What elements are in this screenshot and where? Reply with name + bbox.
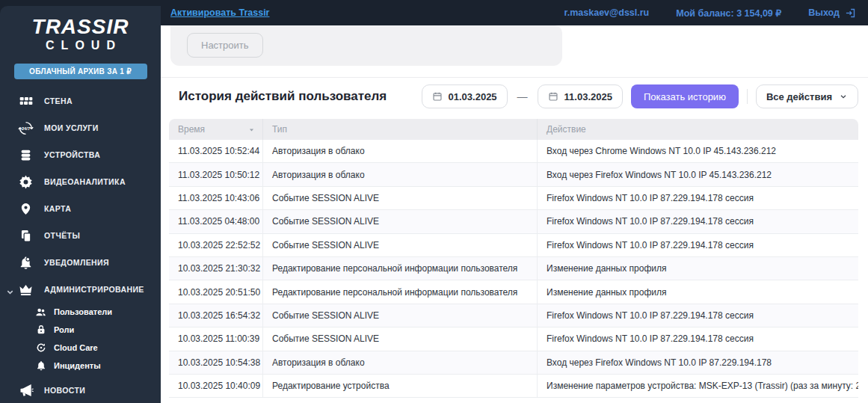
lock-icon	[35, 324, 46, 336]
topbar-right: r.maskaev@dssl.ru Мой баланс: 3 154,09 ₽…	[564, 7, 856, 19]
column-header-time[interactable]: Время	[169, 119, 263, 140]
cell-type: Редактирование устройства	[263, 375, 538, 397]
sidebar-subitem-label: Cloud Care	[54, 343, 98, 352]
user-email[interactable]: r.maskaev@dssl.ru	[564, 7, 650, 18]
cell-action: Firefox Windows NT 10.0 IP 87.229.194.17…	[538, 210, 858, 233]
table-row[interactable]: 11.03.2025 10:43:06 Событие SESSION ALIV…	[169, 187, 858, 210]
table-body: 11.03.2025 10:52:44 Авторизация в облако…	[169, 140, 858, 398]
balance-label[interactable]: Мой баланс: 3 154,09 ₽	[676, 7, 781, 19]
logo-title: TRASSIR	[0, 16, 161, 38]
sidebar-subitem-cloud-care[interactable]: Cloud Care	[0, 339, 161, 357]
table-row[interactable]: 10.03.2025 11:00:39 Событие SESSION ALIV…	[169, 327, 858, 351]
trassir-cloud-logo[interactable]: TRASSIR CLOUD	[0, 6, 161, 52]
sidebar-item-label: ВИДЕОАНАЛИТИКА	[44, 177, 126, 186]
sidebar-item-label: УСТРОЙСТВА	[44, 150, 100, 159]
cell-type: Событие SESSION ALIVE	[263, 304, 538, 327]
service-24-7-icon: 24/7	[18, 120, 34, 136]
sidebar-item-administration[interactable]: АДМИНИСТРИРОВАНИЕ	[0, 276, 161, 303]
sidebar-nav: СТЕНА 24/7 МОИ УСЛУГИ	[0, 87, 161, 403]
sidebar-item-label: НОВОСТИ	[44, 386, 85, 395]
cell-time: 10.03.2025 16:54:32	[169, 304, 263, 327]
column-header-action[interactable]: Действие	[538, 119, 858, 140]
svg-text:24/7: 24/7	[22, 126, 30, 130]
show-history-button[interactable]: Показать историю	[631, 84, 739, 108]
activate-trassir-link[interactable]: Активировать Trassir	[170, 7, 269, 18]
cell-time: 11.03.2025 10:43:06	[169, 187, 263, 209]
cell-action: Firefox Windows NT 10.0 IP 87.229.194.17…	[538, 304, 858, 327]
actions-filter-value: Все действия	[766, 91, 832, 102]
calendar-icon	[548, 91, 558, 102]
cell-type: Событие SESSION ALIVE	[263, 234, 538, 256]
cell-action: Firefox Windows NT 10.0 IP 87.229.194.17…	[538, 234, 858, 256]
calendar-icon	[432, 91, 443, 102]
cell-type: Авторизация в облако	[263, 351, 538, 374]
logout-button[interactable]: Выход	[808, 7, 856, 19]
cell-type: Событие SESSION ALIVE	[263, 187, 538, 209]
sidebar-item-label: КАРТА	[44, 204, 71, 213]
table-row[interactable]: 11.03.2025 04:48:00 Событие SESSION ALIV…	[169, 210, 858, 233]
table-row[interactable]: 10.03.2025 22:52:52 Событие SESSION ALIV…	[169, 234, 858, 257]
crown-icon	[18, 282, 34, 298]
sidebar-subitem-users[interactable]: Пользователи	[0, 303, 161, 321]
column-header-type[interactable]: Тип	[263, 119, 538, 140]
sidebar-subitem-label: Пользователи	[54, 307, 112, 316]
sidebar-item-devices[interactable]: УСТРОЙСТВА	[0, 141, 161, 168]
sidebar-subitem-roles[interactable]: Роли	[0, 321, 161, 339]
cell-action: Firefox Windows NT 10.0 IP 87.229.194.17…	[538, 187, 858, 209]
cell-action: Изменение данных профиля	[538, 280, 858, 303]
users-icon	[35, 307, 46, 318]
chevron-down-icon	[839, 92, 848, 101]
sidebar-item-my-services[interactable]: 24/7 МОИ УСЛУГИ	[0, 114, 161, 141]
cell-time: 10.03.2025 11:00:39	[169, 327, 263, 350]
sidebar-item-map[interactable]: КАРТА	[0, 195, 161, 222]
reports-icon	[18, 228, 34, 244]
sidebar-subitem-label: Роли	[54, 325, 74, 334]
date-to-picker[interactable]: 11.03.2025	[538, 84, 623, 108]
table-row[interactable]: 10.03.2025 16:54:32 Событие SESSION ALIV…	[169, 304, 858, 327]
table-row[interactable]: 11.03.2025 10:50:12 Авторизация в облако…	[169, 163, 858, 186]
configure-button[interactable]: Настроить	[187, 33, 263, 58]
sort-caret-icon[interactable]	[248, 126, 255, 133]
table-row[interactable]: 11.03.2025 10:52:44 Авторизация в облако…	[169, 140, 858, 163]
sidebar-subitem-incidents[interactable]: Инциденты	[0, 357, 161, 375]
sidebar-item-news[interactable]: НОВОСТИ	[0, 377, 161, 403]
main-content: Настроить История действий пользователя …	[161, 25, 868, 403]
bell-icon	[18, 255, 34, 271]
cell-action: Firefox Windows NT 10.0 IP 87.229.194.17…	[538, 327, 858, 350]
sidebar-item-label: МОИ УСЛУГИ	[44, 123, 99, 132]
cell-type: Событие SESSION ALIVE	[263, 327, 538, 350]
actions-filter-dropdown[interactable]: Все действия	[756, 84, 858, 108]
cell-action: Изменение параметров устройства: MSK-EXP…	[538, 375, 858, 397]
cell-time: 11.03.2025 04:48:00	[169, 210, 263, 233]
cell-time: 10.03.2025 22:52:52	[169, 234, 263, 256]
cloud-archive-button[interactable]: ОБЛАЧНЫЙ АРХИВ ЗА 1 ₽	[14, 64, 147, 79]
cell-action: Изменение данных профиля	[538, 257, 858, 280]
history-table: Время Тип Действие 11.03.2025 10:52:44 А…	[169, 119, 858, 403]
cell-type: Редактирование персональной информации п…	[263, 280, 538, 303]
cell-type: Авторизация в облако	[263, 163, 538, 185]
sidebar-item-video-analytics[interactable]: ВИДЕОАНАЛИТИКА	[0, 168, 161, 195]
cell-time: 10.03.2025 20:51:50	[169, 280, 263, 303]
cell-time: 11.03.2025 10:50:12	[169, 163, 263, 185]
cell-time: 10.03.2025 10:40:09	[169, 375, 263, 397]
sidebar-item-notifications[interactable]: УВЕДОМЛЕНИЯ	[0, 249, 161, 276]
cell-type: Событие SESSION ALIVE	[263, 210, 538, 233]
chevron-down-icon[interactable]	[6, 286, 14, 294]
table-row[interactable]: 10.03.2025 20:51:50 Редактирование персо…	[169, 280, 858, 304]
sidebar-item-label: АДМИНИСТРИРОВАНИЕ	[44, 285, 144, 294]
date-from-picker[interactable]: 01.03.2025	[422, 84, 508, 108]
video-wall-icon	[18, 93, 34, 109]
map-pin-icon	[18, 201, 34, 217]
sidebar-subitem-label: Инциденты	[54, 361, 101, 370]
sidebar-item-reports[interactable]: ОТЧЁТЫ	[0, 222, 161, 249]
table-row[interactable]: 10.03.2025 21:30:32 Редактирование персо…	[169, 257, 858, 280]
refresh-icon	[35, 342, 46, 354]
table-row[interactable]: 10.03.2025 10:40:09 Редактирование устро…	[169, 375, 858, 398]
table-row[interactable]: 10.03.2025 10:54:38 Авторизация в облако…	[169, 351, 858, 375]
sidebar-item-wall[interactable]: СТЕНА	[0, 87, 161, 114]
table-header: Время Тип Действие	[169, 119, 858, 140]
date-from-value: 01.03.2025	[449, 91, 497, 102]
cell-time: 11.03.2025 10:52:44	[169, 140, 263, 162]
sidebar: TRASSIR CLOUD ОБЛАЧНЫЙ АРХИВ ЗА 1 ₽ СТЕН…	[0, 6, 161, 403]
history-controls: 01.03.2025 — 11.03.2025 Показать историю…	[422, 84, 858, 108]
